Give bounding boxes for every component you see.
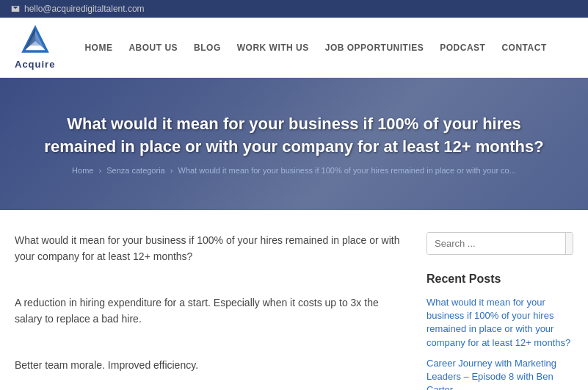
hero-title: What would it mean for your business if … [44, 113, 544, 159]
search-input[interactable] [427, 233, 565, 254]
breadcrumb-sep1: › [98, 166, 101, 175]
breadcrumb-home[interactable]: Home [72, 166, 93, 175]
recent-posts-heading: Recent Posts [427, 272, 573, 286]
sidebar: Recent Posts What would it mean for your… [427, 232, 573, 390]
main-nav: HOME ABOUT US BLOG WORK WITH US JOB OPPO… [84, 43, 546, 53]
main-content: What would it mean for your business if … [15, 232, 404, 390]
logo-icon [19, 25, 51, 57]
recent-post-link-2[interactable]: Career Journey with Marketing Leaders – … [427, 357, 573, 390]
breadcrumb-category[interactable]: Senza categoria [106, 166, 165, 175]
nav-blog[interactable]: BLOG [194, 43, 221, 53]
breadcrumb-current-page: What would it mean for your business if … [178, 166, 516, 175]
top-bar: hello@acquiredigitaltalent.com [0, 0, 588, 18]
nav-home[interactable]: HOME [84, 43, 112, 53]
recent-posts-list: What would it mean for your business if … [427, 296, 573, 390]
search-button[interactable] [565, 233, 573, 254]
content-para-1: What would it mean for your business if … [15, 232, 404, 265]
nav-podcast[interactable]: PODCAST [440, 43, 485, 53]
envelope-icon [11, 4, 20, 13]
content-para-2: A reduction in hiring expenditure for a … [15, 295, 404, 328]
list-item: Career Journey with Marketing Leaders – … [427, 357, 573, 390]
content-para-3: Better team morale. Improved efficiency. [15, 357, 404, 373]
header: Acquire HOME ABOUT US BLOG WORK WITH US … [0, 18, 588, 78]
nav-about[interactable]: ABOUT US [128, 43, 178, 53]
recent-post-link-1[interactable]: What would it mean for your business if … [427, 296, 573, 350]
breadcrumb: Home › Senza categoria › What would it m… [44, 166, 544, 175]
logo: Acquire [15, 25, 55, 70]
nav-work-with-us[interactable]: WORK WITH US [237, 43, 309, 53]
hero-section: What would it mean for your business if … [0, 78, 588, 210]
email-label: hello@acquiredigitaltalent.com [24, 4, 145, 14]
nav-contact[interactable]: CONTACT [501, 43, 546, 53]
logo-text: Acquire [15, 59, 55, 70]
hero-content: What would it mean for your business if … [0, 113, 588, 175]
search-box [427, 232, 573, 255]
nav-job-opportunities[interactable]: JOB OPPORTUNITIES [325, 43, 424, 53]
list-item: What would it mean for your business if … [427, 296, 573, 350]
main-layout: What would it mean for your business if … [0, 210, 588, 390]
breadcrumb-sep2: › [170, 166, 173, 175]
